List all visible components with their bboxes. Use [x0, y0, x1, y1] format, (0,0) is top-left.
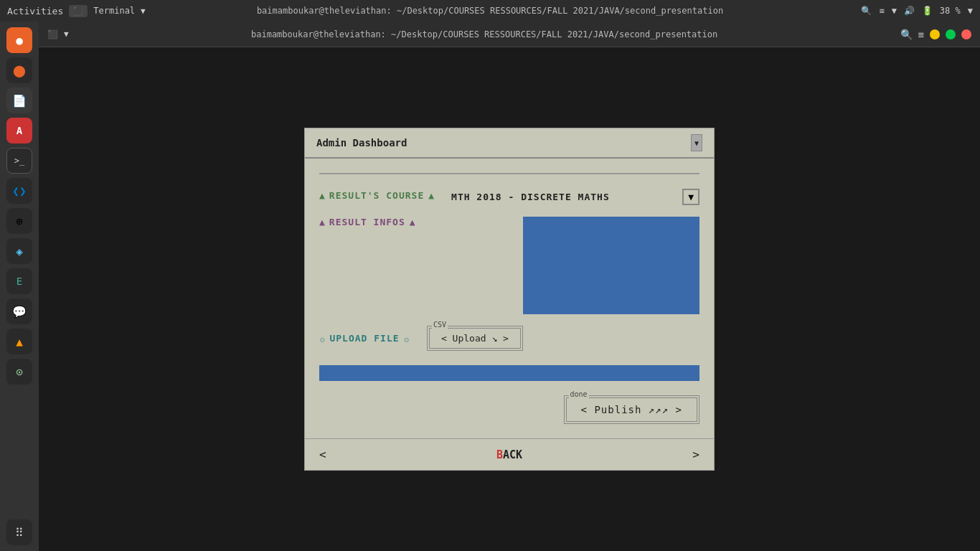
admin-dashboard-title: Admin Dashboard	[316, 137, 407, 149]
course-section: ▲ RESULT'S COURSE ▲ MTH 2018 - DISCRETE …	[319, 189, 699, 205]
battery-icon: 🔋	[922, 6, 933, 16]
course-dropdown[interactable]: ▼	[682, 189, 699, 205]
sidebar-icon-terminal[interactable]: >_	[6, 148, 32, 174]
app-store-icon: A	[17, 125, 22, 136]
admin-window-body: ▲ RESULT'S COURSE ▲ MTH 2018 - DISCRETE …	[305, 159, 714, 435]
admin-window: Admin Dashboard ▼ ▲ RESULT'S COURSE ▲ MT…	[304, 128, 715, 471]
upload-star-right: ✩	[404, 333, 410, 344]
scroll-down-icon: ▼	[694, 139, 699, 147]
course-icon-right: ▲	[428, 190, 434, 201]
other-icon: ⊙	[16, 365, 23, 379]
publish-section: done < Publish ↗↗↗ >	[319, 395, 699, 424]
dropdown-arrow-icon: ▼	[688, 192, 694, 202]
vscode-icon: ❮❯	[12, 184, 26, 198]
vlc-icon: ▲	[16, 335, 23, 349]
sidebar-icon-files[interactable]: 📄	[6, 88, 32, 113]
upload-label-group: ✩ UPLOAD FILE ✩	[319, 333, 410, 344]
publish-button[interactable]: < Publish ↗↗↗ >	[566, 397, 697, 422]
sidebar-icon-ubuntu[interactable]: ●	[6, 27, 32, 53]
whatsapp-icon: 💬	[12, 305, 27, 319]
result-icon-right: ▲	[410, 217, 415, 227]
menu-icon[interactable]: ≡	[879, 6, 884, 16]
bottom-nav: < BACK >	[305, 438, 714, 470]
top-divider	[319, 173, 699, 174]
sidebar-icon-chrome[interactable]: ⊕	[6, 208, 32, 234]
course-row: ▲ RESULT'S COURSE ▲ MTH 2018 - DISCRETE …	[319, 189, 699, 205]
result-infos-container: ▲ RESULT INFOS ▲	[319, 217, 699, 314]
course-name: MTH 2018 - DISCRETE MATHS	[451, 192, 610, 202]
terminal-titlebar-right: 🔍 ≡	[900, 29, 971, 40]
nav-back-arrow[interactable]: <	[319, 448, 326, 461]
terminal-tab-label[interactable]: Terminal	[93, 6, 135, 16]
sidebar-icon-vscode[interactable]: ❮❯	[6, 178, 32, 204]
search-btn[interactable]: 🔍	[900, 29, 913, 40]
terminal-titlebar-left: ⬛ ▼	[47, 29, 69, 39]
sidebar-icon-vlc[interactable]: ▲	[6, 329, 32, 354]
back-label: BACK	[496, 448, 522, 461]
image-area-wrapper	[427, 217, 699, 314]
result-infos-section: ▲ RESULT INFOS ▲	[319, 217, 415, 230]
email-icon: E	[17, 276, 22, 287]
done-label: done	[569, 390, 589, 398]
sidebar-icon-ubuntu2[interactable]: ⬤	[6, 57, 32, 83]
sidebar-icon-whatsapp[interactable]: 💬	[6, 298, 32, 324]
csv-label: CSV	[432, 321, 448, 329]
battery-label: 38 %	[940, 6, 961, 16]
activities-label[interactable]: Activities	[7, 6, 63, 17]
taskbar-right: 🔍 ≡ ▼ 🔊 🔋 38 % ▼	[861, 6, 973, 16]
power-btn[interactable]: ▼	[968, 6, 973, 16]
terminal-menu-icon[interactable]: ⬛	[47, 29, 58, 39]
upload-star-left: ✩	[319, 333, 325, 344]
upload-button[interactable]: < Upload ↘ >	[429, 328, 521, 349]
sidebar: ● ⬤ 📄 A >_ ❮❯ ⊕ ◈ E 💬 ▲ ⊙ ⠿	[0, 22, 39, 551]
back-b: B	[496, 448, 503, 461]
sidebar-icon-email[interactable]: E	[6, 268, 32, 294]
terminal-path: baimamboukar@theleviathan: ~/Desktop/COU…	[251, 29, 717, 39]
files-icon: 📄	[12, 94, 27, 108]
scroll-handle[interactable]: ▼	[691, 134, 702, 151]
minimize-btn[interactable]	[930, 29, 940, 39]
course-label-group: ▲ RESULT'S COURSE ▲	[319, 190, 434, 201]
terminal-icon: >_	[14, 156, 24, 166]
result-infos-label-group: ▲ RESULT INFOS ▲	[319, 217, 415, 227]
close-btn[interactable]	[961, 29, 971, 39]
terminal-tab-icon: ⬛	[69, 5, 88, 17]
sidebar-icon-app[interactable]: A	[6, 118, 32, 143]
admin-window-header: Admin Dashboard ▼	[305, 128, 714, 159]
circle-icon: ⬤	[13, 64, 26, 77]
volume-icon: 🔊	[904, 6, 915, 16]
done-group: done < Publish ↗↗↗ >	[564, 395, 699, 424]
blue-image-area	[523, 217, 699, 314]
chrome-icon: ⊕	[16, 215, 23, 228]
upload-section: ✩ UPLOAD FILE ✩ CSV < Upload ↘ >	[319, 326, 699, 351]
result-icon-left: ▲	[319, 217, 325, 227]
sidebar-apps-grid[interactable]: ⠿	[6, 519, 32, 545]
terminal-tab-arrow[interactable]: ▼	[141, 6, 146, 16]
result-infos-label: RESULT INFOS	[329, 217, 405, 227]
ubuntu-icon: ●	[16, 34, 23, 47]
terminal-nav-arrow[interactable]: ▼	[64, 29, 69, 39]
csv-group: CSV < Upload ↘ >	[427, 326, 523, 351]
terminal-titlebar: ⬛ ▼ baimamboukar@theleviathan: ~/Desktop…	[39, 22, 980, 47]
progress-bar	[319, 365, 699, 381]
nav-forward-arrow[interactable]: >	[692, 448, 699, 461]
search-icon[interactable]: 🔍	[861, 6, 872, 16]
apps-grid-icon: ⠿	[15, 526, 24, 540]
wifi-icon: ▼	[892, 6, 897, 16]
sidebar-icon-flutter[interactable]: ◈	[6, 238, 32, 264]
upload-label: UPLOAD FILE	[329, 333, 399, 344]
sidebar-icon-other[interactable]: ⊙	[6, 359, 32, 385]
terminal-area: Admin Dashboard ▼ ▲ RESULT'S COURSE ▲ MT…	[39, 47, 980, 551]
flutter-icon: ◈	[16, 245, 23, 258]
window-title: baimamboukar@theleviathan: ~/Desktop/COU…	[257, 6, 723, 16]
maximize-btn[interactable]	[946, 29, 956, 39]
taskbar-left: Activities ⬛ Terminal ▼	[7, 5, 146, 17]
course-icon-left: ▲	[319, 190, 325, 201]
menu-btn[interactable]: ≡	[918, 29, 924, 40]
top-taskbar: Activities ⬛ Terminal ▼ baimamboukar@the…	[0, 0, 980, 22]
course-label: RESULT'S COURSE	[329, 190, 424, 201]
back-ack: ACK	[503, 448, 522, 461]
